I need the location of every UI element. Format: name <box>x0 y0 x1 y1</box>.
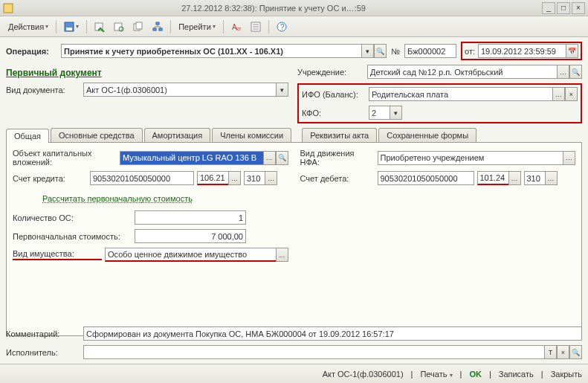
num-label: № <box>391 47 400 56</box>
refresh-icon[interactable] <box>110 19 128 34</box>
calendar-icon[interactable]: 📅 <box>566 44 578 58</box>
prop-more[interactable]: … <box>276 248 288 262</box>
footer: Акт ОС-1(ф.0306001) | Печать ▾ | OK | За… <box>0 364 588 383</box>
executor-label: Исполнитель: <box>6 348 80 357</box>
close-footer-button[interactable]: Закрыть <box>551 370 582 379</box>
tab-amort[interactable]: Амортизация <box>144 128 211 142</box>
svg-text:кт: кт <box>236 26 242 31</box>
kfo-dropdown[interactable]: ▾ <box>390 106 402 120</box>
move-input[interactable]: Приобретено учреждением <box>378 151 563 165</box>
comment-input[interactable]: Сформирован из документа Покупка ОС, НМА… <box>83 326 582 341</box>
qty-label: Количество ОС: <box>13 213 132 222</box>
tree-icon[interactable]: Aкт <box>227 19 245 34</box>
ok-button[interactable]: OK <box>469 370 482 379</box>
save-icon[interactable]: ▾ <box>60 19 83 34</box>
executor-clear[interactable]: × <box>557 345 569 359</box>
ifo-clear[interactable]: × <box>565 87 578 101</box>
debit-sub-more[interactable]: … <box>508 171 521 185</box>
comment-label: Комментарий: <box>6 329 80 338</box>
svg-rect-10 <box>159 28 162 30</box>
recalc-link[interactable]: Рассчитать первоначальную стоимость <box>42 194 193 203</box>
inst-more[interactable]: … <box>557 65 569 79</box>
from-label: от: <box>465 47 475 56</box>
tab-strip: Общая Основные средства Амортизация Член… <box>6 128 582 143</box>
credit-code-input[interactable]: 310 <box>244 171 265 185</box>
credit-code-more[interactable]: … <box>265 171 277 185</box>
inst-label: Учреждение: <box>297 68 364 77</box>
actions-menu[interactable]: Действия▾ <box>4 19 52 34</box>
operation-search-button[interactable]: 🔍 <box>374 44 387 58</box>
move-more[interactable]: … <box>563 151 575 165</box>
maximize-button[interactable]: □ <box>557 2 570 14</box>
from-date-input[interactable]: 19.09.2012 23:59:59 <box>478 44 566 58</box>
executor-search[interactable]: 🔍 <box>569 345 582 359</box>
tab-saved[interactable]: Сохраненные формы <box>378 128 476 142</box>
toolbar: Действия▾ ▾ Перейти▾ Aкт ? <box>0 16 588 37</box>
kfo-label: КФО: <box>302 109 366 118</box>
kfo-input[interactable]: 2 <box>369 106 390 120</box>
doc-type-label: Вид документа: <box>6 86 80 94</box>
svg-rect-9 <box>153 28 156 30</box>
operation-label: Операция: <box>6 47 56 56</box>
help-icon[interactable]: ? <box>273 19 291 34</box>
credit-label: Счет кредита: <box>13 174 87 183</box>
svg-text:?: ? <box>280 23 285 31</box>
tab-req[interactable]: Реквизиты акта <box>302 128 377 142</box>
window-title: 27.12.2012 8:32:38): Принятие к учету ОС… <box>13 4 542 13</box>
operation-dropdown-button[interactable]: ▾ <box>361 44 374 58</box>
svg-rect-0 <box>4 4 13 13</box>
structure-icon[interactable] <box>149 19 167 34</box>
app-icon <box>3 3 13 13</box>
cost-input[interactable]: 7 000,00 <box>135 229 246 243</box>
svg-rect-7 <box>136 22 142 29</box>
tab-members[interactable]: Члены комиссии <box>212 128 291 142</box>
debit-acct-input[interactable]: 90530201050050000 <box>378 171 474 185</box>
tab-general[interactable]: Общая <box>6 129 49 143</box>
ifo-input[interactable]: Родительская плата <box>369 87 552 101</box>
doc-type-combo[interactable]: Акт ОС-1(ф.0306001) <box>83 83 276 97</box>
move-label: Вид движения НФА: <box>300 149 375 167</box>
post-icon[interactable] <box>91 19 109 34</box>
debit-sub-input[interactable]: 101.24 <box>477 171 508 185</box>
write-button[interactable]: Записать <box>499 370 534 379</box>
window-titlebar: 27.12.2012 8:32:38): Принятие к учету ОС… <box>0 0 588 16</box>
operation-combo[interactable]: Принятие к учету приобретенных ОС (101.X… <box>61 44 361 58</box>
primary-doc-title: Первичный документ <box>6 68 288 78</box>
svg-rect-2 <box>66 28 72 30</box>
credit-acct-input[interactable]: 90530201050050000 <box>90 171 194 185</box>
ifo-more[interactable]: … <box>552 87 565 101</box>
executor-text-btn[interactable]: T <box>544 345 557 359</box>
num-input[interactable]: Бж000002 <box>404 44 456 58</box>
svg-rect-8 <box>156 22 159 25</box>
doc-type-dropdown[interactable]: ▾ <box>276 83 288 97</box>
print-button[interactable]: Печать ▾ <box>420 370 452 379</box>
obj-label: Объект капитальных вложений: <box>13 149 117 167</box>
cost-label: Первоначальная стоимость: <box>13 232 132 241</box>
ifo-label: ИФО (Баланс): <box>302 90 366 99</box>
copy-icon[interactable] <box>129 19 147 34</box>
debit-label: Счет дебета: <box>300 174 375 183</box>
credit-sub-more[interactable]: … <box>228 171 241 185</box>
credit-sub-input[interactable]: 106.21 <box>197 171 228 185</box>
obj-search[interactable]: 🔍 <box>276 151 288 165</box>
close-button[interactable]: × <box>572 2 585 14</box>
debit-code-input[interactable]: 310 <box>524 171 545 185</box>
prop-label: Вид имущества: <box>13 249 102 260</box>
obj-input[interactable]: Музыкальный центр LG RAO 136 В <box>120 151 263 165</box>
tab-os[interactable]: Основные средства <box>51 128 143 142</box>
inst-input[interactable]: Детский сад №12 р.п. Октябрьский <box>367 65 557 79</box>
footer-form-link[interactable]: Акт ОС-1(ф.0306001) <box>323 370 404 379</box>
minimize-button[interactable]: _ <box>542 2 555 14</box>
prop-input[interactable]: Особо ценное движимое имущество <box>105 248 276 262</box>
executor-input[interactable] <box>83 345 544 359</box>
goto-menu[interactable]: Перейти▾ <box>175 19 219 34</box>
qty-input[interactable]: 1 <box>135 210 246 225</box>
inst-search[interactable]: 🔍 <box>569 65 582 79</box>
tab-general-body: Объект капитальных вложений: Музыкальный… <box>6 143 582 336</box>
list-icon[interactable] <box>247 19 265 34</box>
obj-more[interactable]: … <box>263 151 276 165</box>
debit-code-more[interactable]: … <box>545 171 558 185</box>
